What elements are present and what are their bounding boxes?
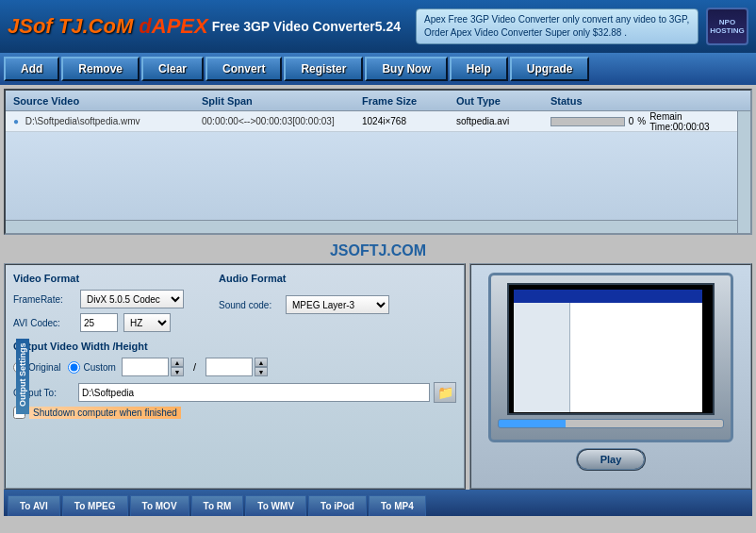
avi-codec-unit-select[interactable]: HZ: [123, 313, 171, 332]
upgrade-button[interactable]: Upgrade: [510, 57, 590, 81]
tab-to-wmv[interactable]: To WMV: [245, 495, 306, 516]
width-down-arrow[interactable]: ▼: [171, 367, 184, 376]
video-format-section: Video Format FrameRate: DivX 5.0.5 Codec…: [13, 273, 184, 337]
tab-to-mp4[interactable]: To MP4: [369, 495, 426, 516]
avi-codec-value-input[interactable]: [80, 313, 118, 332]
folder-browse-button[interactable]: 📁: [434, 382, 456, 403]
hosting-badge: NPO HOSTING: [706, 8, 748, 45]
col-source: Source Video: [13, 95, 202, 107]
table-header: Source Video Split Span Frame Size Out T…: [6, 91, 750, 111]
progress-pct: 0: [629, 116, 634, 126]
register-button[interactable]: Register: [284, 57, 363, 81]
preview-seekbar[interactable]: [498, 419, 724, 428]
table-row[interactable]: ● D:\Softpedia\softpedia.wmv 00:00:00<--…: [6, 111, 750, 132]
file-source: ● D:\Softpedia\softpedia.wmv: [13, 116, 202, 126]
height-spinner: ▲ ▼: [205, 358, 268, 376]
output-to-input[interactable]: [78, 383, 430, 402]
video-format-title: Video Format: [13, 273, 184, 284]
file-out: softpedia.avi: [456, 116, 551, 126]
preview-content-sim: [570, 303, 702, 412]
custom-radio[interactable]: [68, 361, 80, 374]
height-input[interactable]: [205, 358, 253, 376]
avi-codec-row: AVI Codec: HZ: [13, 313, 184, 332]
audio-format-section: Audio Format Sound code: MPEG Layer-3: [219, 273, 389, 337]
framerate-select[interactable]: DivX 5.0.5 Codec: [80, 290, 184, 308]
height-arrows: ▲ ▼: [255, 358, 268, 376]
preview-panel: Play: [469, 263, 752, 490]
play-button[interactable]: Play: [576, 448, 647, 471]
preview-window-sim: [514, 290, 702, 412]
scrollbar-horizontal[interactable]: [6, 220, 737, 233]
tab-to-mov[interactable]: To MOV: [130, 495, 189, 516]
width-height-section: Output Video Width /Height Original Cust…: [13, 341, 456, 376]
file-status: 0% Remain Time:00:00:03: [551, 111, 743, 132]
buy-now-button[interactable]: Buy Now: [365, 57, 447, 81]
width-height-title: Output Video Width /Height: [13, 341, 456, 352]
watermark: JSOFTJ.COM: [0, 239, 756, 263]
col-out: Out Type: [456, 95, 551, 107]
remain-time: Remain Time:00:00:03: [649, 111, 743, 132]
width-spinner: ▲ ▼: [122, 358, 184, 376]
output-settings-panel: Output Settings Video Format FrameRate: …: [4, 263, 466, 490]
format-tabs-bar: To AVI To MPEG To MOV To RM To WMV To iP…: [4, 490, 752, 516]
preview-screen: [507, 283, 715, 415]
logo-apex: dAPEX: [133, 14, 208, 39]
height-down-arrow[interactable]: ▼: [255, 367, 268, 376]
preview-titlebar-sim: [514, 290, 702, 303]
width-arrows: ▲ ▼: [171, 358, 184, 376]
sound-code-label: Sound code:: [219, 300, 280, 310]
scrollbar-vertical[interactable]: [737, 111, 750, 233]
tab-to-avi[interactable]: To AVI: [8, 495, 60, 516]
shutdown-label: Shutdown computer when finished: [29, 407, 181, 419]
output-to-row: Output To: 📁: [13, 382, 456, 403]
convert-button[interactable]: Convert: [205, 57, 282, 81]
framerate-row: FrameRate: DivX 5.0.5 Codec: [13, 290, 184, 308]
width-up-arrow[interactable]: ▲: [171, 358, 184, 367]
title-bar: JSof TJ.CoM dAPEX Free 3GP Video Convert…: [0, 0, 756, 53]
original-label: Original: [28, 362, 60, 373]
preview-device: [488, 273, 733, 442]
output-tab-label: Output Settings: [16, 339, 29, 414]
sound-code-row: Sound code: MPEG Layer-3: [219, 295, 389, 314]
col-split: Split Span: [202, 95, 362, 107]
avi-codec-label: AVI Codec:: [13, 318, 74, 328]
remove-button[interactable]: Remove: [61, 57, 140, 81]
audio-format-title: Audio Format: [219, 273, 389, 284]
resolution-row: Original Custom ▲ ▼ /: [13, 358, 456, 376]
format-columns: Video Format FrameRate: DivX 5.0.5 Codec…: [13, 273, 456, 337]
promo-banner: Apex Free 3GP Video Converter only conve…: [416, 8, 698, 44]
resolution-separator: /: [193, 361, 196, 373]
file-list-area: Source Video Split Span Frame Size Out T…: [4, 89, 752, 235]
file-split: 00:00:00<-->00:00:03[00:00:03]: [202, 116, 362, 126]
shutdown-row: Shutdown computer when finished: [13, 407, 456, 419]
add-button[interactable]: Add: [4, 57, 59, 81]
app-logo: JSof TJ.CoM dAPEX Free 3GP Video Convert…: [8, 14, 401, 39]
tab-to-ipod[interactable]: To iPod: [308, 495, 367, 516]
custom-radio-label[interactable]: Custom: [68, 361, 115, 374]
height-up-arrow[interactable]: ▲: [255, 358, 268, 367]
tab-to-rm[interactable]: To RM: [191, 495, 244, 516]
width-input[interactable]: [122, 358, 169, 376]
clear-button[interactable]: Clear: [141, 57, 204, 81]
toolbar: Add Remove Clear Convert Register Buy No…: [0, 53, 756, 85]
app-title: Free 3GP Video Converter5.24: [212, 19, 401, 34]
col-status: Status: [551, 95, 743, 107]
col-frame: Frame Size: [362, 95, 456, 107]
framerate-label: FrameRate:: [13, 294, 74, 305]
sound-code-select[interactable]: MPEG Layer-3: [286, 295, 389, 314]
progress-bar: [551, 117, 625, 126]
preview-sidebar-sim: [514, 303, 570, 412]
logo-jsoftj: JSof TJ.CoM: [8, 14, 133, 39]
help-button[interactable]: Help: [450, 57, 508, 81]
custom-label: Custom: [83, 362, 115, 373]
bottom-section: Output Settings Video Format FrameRate: …: [4, 263, 752, 490]
tab-to-mpeg[interactable]: To MPEG: [62, 495, 128, 516]
file-frame: 1024i×768: [362, 116, 456, 126]
preview-body-sim: [514, 303, 702, 412]
